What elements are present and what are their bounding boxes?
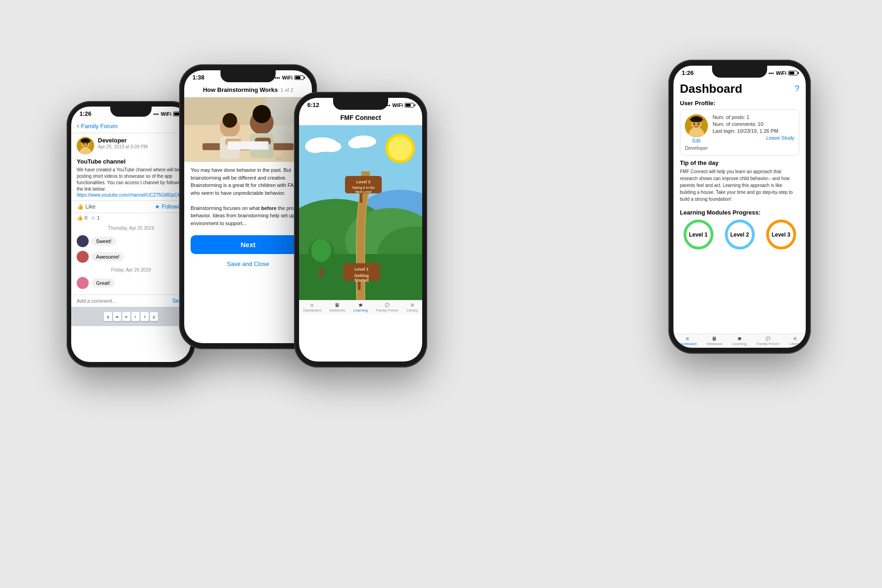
like-icon: 👍: [77, 204, 84, 210]
p4-profile-stats: Num. of posts: 1 Num. of comments: 10 La…: [712, 114, 794, 142]
status-icons-3: ▪▪▪ WiFi: [385, 102, 414, 108]
time-2: 1:38: [192, 74, 204, 81]
status-icons-1: ▪▪▪ WiFi: [153, 111, 182, 117]
battery-3: [405, 103, 414, 107]
tip-text: FMF Connect will help you learn an appro…: [680, 168, 799, 203]
back-label-1[interactable]: Family Forum: [81, 123, 117, 130]
svg-point-14: [222, 113, 237, 128]
p4-levels: Level 1 Level 2 Level 3: [680, 220, 799, 249]
comment-3: Great!: [71, 275, 191, 291]
svg-text:Taking it to the: Taking it to the: [352, 186, 374, 190]
time-4: 1:26: [682, 69, 694, 76]
p4-tab-notebook[interactable]: 📓 Notebook: [707, 337, 722, 346]
p3-tab-notebook[interactable]: 📓 Notebook: [329, 303, 345, 312]
p4-progress-section: Learning Modules Progress: Level 1 Level…: [673, 206, 806, 257]
learning-label-4: Learning: [732, 342, 746, 346]
p1-post-link[interactable]: https://www.youtube.com/channel/UCZ75Gt8…: [77, 192, 185, 198]
p2-title: How Brainstorming Works: [203, 86, 278, 93]
p2-body-2: Brainstorming focuses on what before the…: [191, 204, 305, 227]
scene: 1:26 ▪▪▪ WiFi ‹ Family Forum: [0, 0, 882, 588]
svg-text:Started: Started: [354, 278, 368, 283]
learning-icon-3: 🎓: [358, 303, 363, 307]
p4-tab-library[interactable]: 🏛 Library: [789, 337, 800, 346]
p1-like-counts: 👍 0 ☆ 1: [71, 213, 191, 223]
p3-tab-learning[interactable]: 🎓 Learning: [353, 303, 368, 312]
p3-title: FMF Connect: [340, 114, 381, 121]
dashboard-label-3: Dashboard: [303, 308, 321, 312]
tip-title: Tip of the day: [680, 159, 799, 166]
p1-avatar: [77, 137, 94, 154]
date-section-1: Thursday, Apr 25 2019: [71, 223, 191, 233]
p3-tab-family-forum[interactable]: 💬 Family Forum: [376, 303, 399, 312]
dashboard-icon-4: ⊞: [686, 337, 689, 341]
edit-button[interactable]: Edit: [692, 138, 700, 143]
svg-point-54: [698, 123, 700, 125]
family-forum-icon-3: 💬: [385, 303, 390, 307]
svg-text:Level 1: Level 1: [355, 267, 369, 271]
comment-bubble-2: Awesome!: [91, 252, 124, 261]
p4-tab-learning[interactable]: 🎓 Learning: [732, 337, 746, 346]
p1-nav: ‹ Family Forum: [71, 119, 191, 133]
learning-label-3: Learning: [353, 308, 368, 312]
save-close-button[interactable]: Save and Close: [184, 258, 312, 270]
back-arrow-1[interactable]: ‹: [77, 122, 79, 130]
leave-study-button[interactable]: Leave Study: [712, 135, 794, 141]
level3-label: Level 3: [772, 232, 791, 238]
commenter-avatar-1: [77, 235, 89, 247]
comment-input[interactable]: [77, 298, 172, 304]
p1-post-content: YouTube channel We have created a YouTub…: [71, 158, 191, 200]
svg-point-53: [693, 123, 695, 125]
phone-family-forum: 1:26 ▪▪▪ WiFi ‹ Family Forum: [67, 101, 195, 368]
last-login: Last login: 10/23/19, 1:26 PM: [712, 128, 794, 134]
p3-game-area: Level 3 Taking it to the Next Level Leve…: [299, 125, 422, 300]
p4-tab-family-forum[interactable]: 💬 Family Forum: [757, 337, 780, 346]
num-comments: Num. of comments: 10: [712, 121, 794, 127]
family-forum-icon-4: 💬: [766, 337, 770, 341]
p2-page-num: 1 of 2: [281, 87, 294, 93]
p1-date: Apr 25, 2019 at 6:09 PM: [98, 144, 176, 149]
date-section-2: Friday, Apr 26 2019: [71, 265, 191, 275]
svg-text:Level 3: Level 3: [356, 180, 371, 184]
phone-1-screen: 1:26 ▪▪▪ WiFi ‹ Family Forum: [71, 107, 191, 362]
p4-profile-card: Edit Developer Num. of posts: 1 Num. of …: [680, 109, 799, 156]
p4-user-name: Developer: [685, 145, 708, 151]
p1-post-body: We have created a YouTube channel where …: [77, 167, 185, 192]
dashboard-avatar-svg: [685, 114, 708, 137]
p1-post-header: Developer Apr 25, 2019 at 6:09 PM ✏: [71, 133, 191, 158]
svg-point-24: [388, 136, 412, 160]
like-label: Like: [85, 204, 96, 210]
progress-title: Learning Modules Progress:: [680, 209, 799, 216]
level1-circle[interactable]: Level 1: [684, 220, 713, 249]
level3-circle[interactable]: Level 3: [766, 220, 796, 249]
p3-tab-library[interactable]: 🏛 Library: [407, 303, 418, 312]
star-count: ☆ 1: [91, 215, 100, 221]
battery-4: [788, 71, 797, 75]
comment-1: Sweet!: [71, 233, 191, 249]
p3-header: FMF Connect: [299, 110, 422, 125]
level2-circle[interactable]: Level 2: [725, 220, 755, 249]
help-icon[interactable]: ?: [795, 84, 799, 94]
like-button[interactable]: 👍 Like: [77, 204, 96, 210]
notebook-label-3: Notebook: [329, 308, 345, 312]
p2-bold: before: [261, 205, 277, 211]
num-posts: Num. of posts: 1: [712, 114, 794, 120]
wifi-icon-1: WiFi: [161, 111, 171, 117]
landscape-svg: Level 3 Taking it to the Next Level Leve…: [299, 125, 422, 300]
svg-point-5: [83, 143, 85, 145]
status-icons-2: ▪▪▪ WiFi: [275, 75, 304, 80]
family-forum-label-3: Family Forum: [376, 308, 399, 312]
svg-point-29: [348, 138, 365, 148]
signal-icon-1: ▪▪▪: [153, 111, 159, 117]
next-button[interactable]: Next: [191, 235, 305, 254]
level2-label: Level 2: [730, 232, 749, 238]
svg-point-17: [253, 105, 271, 123]
p4-tab-dashboard[interactable]: ⊞ Dashboard: [678, 337, 696, 346]
comment-bubble-3: Great!: [91, 278, 115, 288]
family-forum-label-4: Family Forum: [757, 342, 780, 346]
notch-1: [110, 107, 152, 117]
p2-content: You may have done behavior in the past. …: [184, 162, 312, 232]
svg-rect-20: [227, 141, 268, 150]
p2-header: How Brainstorming Works 1 of 2: [184, 83, 312, 97]
notch-2: [220, 70, 276, 82]
p3-tab-dashboard[interactable]: ⊞ Dashboard: [303, 303, 321, 312]
